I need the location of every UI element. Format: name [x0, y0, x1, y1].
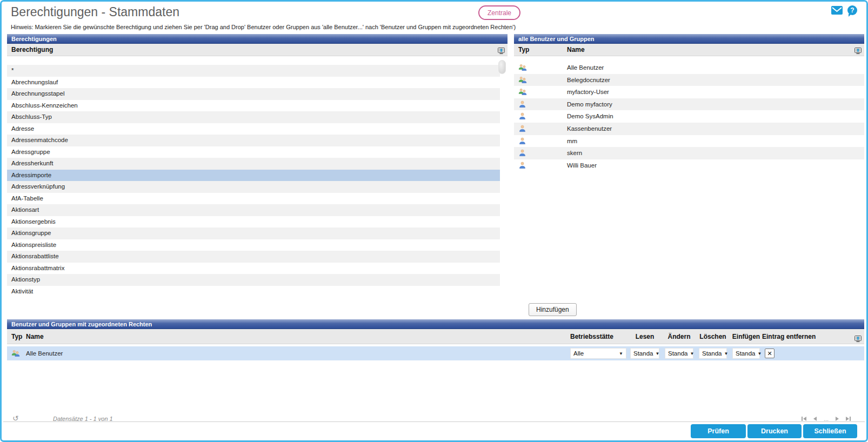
group-icon	[518, 88, 528, 96]
user-name: Demo SysAdmin	[567, 110, 613, 123]
assigned-column-betriebsstaette: Betriebsstätte	[570, 329, 613, 344]
chevron-down-icon: ▼	[619, 351, 623, 356]
permissions-panel-title: Berechtigungen	[7, 34, 508, 44]
assigned-row[interactable]: Alle Benutzer Alle ▼ Standa ▼ Standa ▼ S…	[7, 346, 864, 360]
app-window: Berechtigungen - Stammdaten Zentrale ? H…	[0, 0, 868, 442]
permission-list-item[interactable]: Abrechnungslauf	[7, 77, 500, 89]
user-row[interactable]: mm	[514, 135, 864, 148]
permission-list-item[interactable]: Adressverknüpfung	[7, 181, 500, 193]
permission-list-item[interactable]: *	[7, 65, 500, 77]
user-row[interactable]: Demo myfactory	[514, 98, 864, 111]
einfuegen-select[interactable]: Standa ▼	[732, 348, 760, 359]
users-column-name: Name	[567, 44, 585, 56]
export-icon[interactable]	[854, 46, 862, 59]
permission-list-item[interactable]: Adresse	[7, 123, 500, 135]
remove-entry-button[interactable]: ✕	[765, 349, 774, 358]
permission-list-item[interactable]: Aktionspreisliste	[7, 239, 500, 251]
user-row[interactable]: myfactory-User	[514, 86, 864, 98]
page-title: Berechtigungen - Stammdaten	[11, 5, 179, 19]
assigned-column-einfuegen: Einfügen	[731, 329, 761, 344]
user-name: Demo myfactory	[567, 98, 612, 111]
first-page-button[interactable]	[802, 417, 806, 421]
permissions-panel: Berechtigungen Berechtigung	[7, 34, 508, 56]
user-row[interactable]: Belegdocnutzer	[514, 74, 864, 86]
users-panel-title: alle Benutzer und Gruppen	[514, 34, 864, 44]
permission-list-item[interactable]: Abschluss-Typ	[7, 111, 500, 123]
aendern-select[interactable]: Standa ▼	[665, 348, 693, 359]
loeschen-select[interactable]: Standa ▼	[699, 348, 727, 359]
permissions-list: *AbrechnungslaufAbrechnungsstapelAbschlu…	[7, 65, 500, 297]
aendern-value: Standa	[668, 350, 687, 357]
users-column-header: Typ Name	[514, 44, 864, 56]
assigned-column-name: Name	[26, 329, 44, 344]
page-ellipsis: ...	[824, 417, 829, 421]
previous-page-button[interactable]	[813, 417, 817, 421]
user-row[interactable]: Demo SysAdmin	[514, 110, 864, 123]
add-button[interactable]: Hinzufügen	[529, 303, 577, 316]
chevron-down-icon: ▼	[655, 351, 659, 356]
permission-list-item[interactable]: Abschluss-Kennzeichen	[7, 100, 500, 112]
assigned-column-loeschen: Löschen	[699, 329, 727, 344]
assigned-column-typ: Typ	[11, 329, 22, 344]
user-name: Kassenbenutzer	[567, 123, 612, 135]
user-name: Belegdocnutzer	[567, 74, 610, 86]
permission-list-item[interactable]: Abrechnungsstapel	[7, 88, 500, 100]
permission-list-item[interactable]: Aktionsergebnis	[7, 216, 500, 228]
user-name: Alle Benutzer	[567, 62, 604, 74]
permission-list-item[interactable]: Aktionsart	[7, 204, 500, 216]
user-row[interactable]: Willi Bauer	[514, 159, 864, 172]
loeschen-value: Standa	[702, 350, 722, 357]
user-icon	[518, 161, 528, 170]
user-icon	[518, 100, 528, 109]
users-column-typ: Typ	[518, 44, 529, 56]
user-name: myfactory-User	[567, 86, 609, 98]
users-list: Alle BenutzerBelegdocnutzermyfactory-Use…	[514, 62, 864, 171]
einfuegen-value: Standa	[736, 350, 755, 357]
user-name: skern	[567, 147, 582, 159]
drucken-button[interactable]: Drucken	[747, 424, 802, 438]
assigned-column-lesen: Lesen	[630, 329, 659, 344]
hint-text: Hinweis: Markieren Sie die gewünschte Be…	[11, 24, 516, 30]
permission-list-item[interactable]: Aktivität	[7, 286, 500, 298]
permission-list-item[interactable]: Adressenmatchcode	[7, 135, 500, 146]
user-row[interactable]: Alle Benutzer	[514, 62, 864, 74]
permission-list-item[interactable]: Aktionsrabattliste	[7, 251, 500, 263]
assigned-panel-title: Benutzer und Gruppen mit zugeordneten Re…	[7, 319, 864, 329]
user-row[interactable]: Kassenbenutzer	[514, 123, 864, 135]
export-icon[interactable]	[498, 46, 505, 59]
permissions-column-header: Berechtigung	[7, 44, 508, 56]
chevron-down-icon: ▼	[757, 351, 762, 356]
pagination: ...	[802, 417, 851, 421]
permission-list-item[interactable]: Aktionsrabattmatrix	[7, 263, 500, 274]
schliessen-button[interactable]: Schließen	[803, 424, 857, 438]
scrollbar-thumb[interactable]	[498, 60, 506, 74]
user-row[interactable]: skern	[514, 147, 864, 159]
permission-list-item[interactable]: Aktionstyp	[7, 274, 500, 286]
next-page-button[interactable]	[836, 417, 839, 421]
chevron-down-icon: ▼	[724, 351, 728, 356]
lesen-select[interactable]: Standa ▼	[630, 348, 659, 359]
user-name: mm	[567, 135, 577, 148]
pruefen-button[interactable]: Prüfen	[691, 424, 746, 438]
assigned-panel: Benutzer und Gruppen mit zugeordneten Re…	[7, 319, 864, 344]
mail-icon[interactable]	[831, 6, 843, 15]
permission-list-item[interactable]: Adressimporte	[7, 170, 500, 182]
help-icon[interactable]: ?	[847, 5, 857, 15]
permission-list-item[interactable]: Aktionsgruppe	[7, 227, 500, 239]
user-icon	[518, 112, 528, 120]
assigned-column-header: Typ Name Betriebsstätte Lesen Ändern Lös…	[7, 329, 864, 344]
last-page-button[interactable]	[846, 417, 851, 421]
permission-list-item[interactable]: Adressherkunft	[7, 158, 500, 170]
lesen-value: Standa	[633, 350, 653, 357]
chevron-down-icon: ▼	[690, 351, 694, 356]
export-icon[interactable]	[854, 333, 862, 348]
betriebsstaette-value: Alle	[573, 350, 584, 357]
group-icon	[11, 349, 21, 358]
assigned-user-name: Alle Benutzer	[26, 346, 63, 360]
user-icon	[518, 124, 528, 133]
betriebsstaette-select[interactable]: Alle ▼	[570, 348, 626, 359]
permission-list-item[interactable]: Adressgruppe	[7, 146, 500, 158]
zentrale-button[interactable]: Zentrale	[478, 5, 520, 20]
group-icon	[518, 76, 528, 84]
permission-list-item[interactable]: AfA-Tabelle	[7, 193, 500, 205]
